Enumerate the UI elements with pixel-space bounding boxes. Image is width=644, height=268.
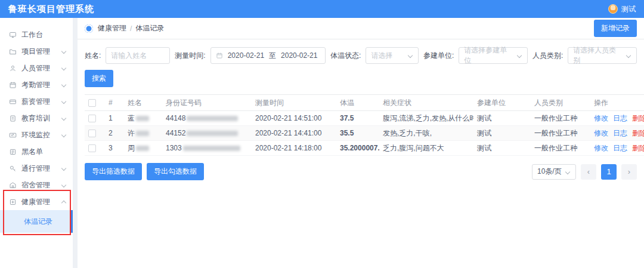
col-header-name: 姓名 [124,95,162,111]
sidebar-item-workbench[interactable]: 工作台 [0,26,73,43]
filter-bar: 姓名: 测量时间: 2020-02-21 至 2020-02-21 体温状态: … [78,39,644,64]
dormitory-icon [8,181,17,189]
sidebar-item-blacklist[interactable]: 黑名单 [0,143,73,160]
redacted-id [183,146,240,151]
delete-link[interactable]: 删除 [632,114,644,122]
redacted-name [136,131,149,136]
breadcrumb-parent[interactable]: 健康管理 [98,23,126,33]
sidebar-item-project-management[interactable]: 项目管理 [0,43,73,60]
col-header-category: 人员类别 [531,95,590,111]
chevron-up-icon [62,199,67,204]
row-checkbox[interactable] [88,144,96,152]
calendar-icon [8,81,17,89]
redacted-name [136,146,149,151]
category-placeholder: 请选择人员类别 [573,45,623,66]
temp-status-select[interactable]: 请选择 [366,47,419,64]
row-symptoms: 发热,乏力,干咳, [379,126,473,141]
chevron-down-icon [627,53,631,58]
row-id-number: 1303 [162,141,252,156]
sidebar: 工作台 项目管理 人员管理 考勤管理 薪资管理 [0,18,73,268]
sidebar-item-attendance-management[interactable]: 考勤管理 [0,76,73,93]
log-link[interactable]: 日志 [613,129,627,137]
row-checkbox[interactable] [88,115,96,122]
search-button[interactable]: 搜索 [85,70,113,87]
row-measure-time: 2020-02-21 14:51:00 [252,111,336,126]
log-link[interactable]: 日志 [613,144,627,152]
chevron-down-icon [62,82,67,87]
user-avatar-icon [608,4,618,14]
date-range-picker[interactable]: 2020-02-21 至 2020-02-21 [210,47,326,64]
edit-link[interactable]: 修改 [594,144,608,152]
time-filter-label: 测量时间: [175,51,205,61]
sidebar-item-environment-monitoring[interactable]: 环境监控 [0,127,73,143]
row-category: 一般作业工种 [531,126,590,141]
row-name: 周 [124,141,162,156]
sidebar-item-health-management[interactable]: 健康管理 [0,193,73,210]
redacted-name [136,116,149,121]
edit-link[interactable]: 修改 [594,114,608,122]
sidebar-item-personnel-management[interactable]: 人员管理 [0,60,73,76]
chevron-down-icon [62,116,67,121]
breadcrumb-bar: 健康管理 / 体温记录 新增记录 [78,18,644,39]
next-page-button[interactable]: › [621,164,637,180]
edit-link[interactable]: 修改 [594,129,608,137]
row-checkbox[interactable] [88,130,96,137]
content-spacer [78,187,644,268]
row-name: 许 [124,126,162,141]
date-from-value[interactable]: 2020-02-21 [228,51,264,60]
unit-select[interactable]: 请选择参建单位 [459,47,528,64]
table-row: 1 蓝 44148 2020-02-21 14:51:00 37.5 腹泻,流涕… [85,111,644,126]
prev-page-button[interactable]: ‹ [581,164,596,180]
chevron-down-icon [566,170,571,174]
category-filter-label: 人员类别: [532,51,563,61]
col-header-temperature: 体温 [336,95,379,111]
health-icon [8,198,17,206]
category-select[interactable]: 请选择人员类别 [568,47,637,64]
redacted-id [187,116,238,121]
temperature-records-table: # 姓名 身份证号码 测量时间 体温 相关症状 参建单位 人员类别 操作 1 [85,94,644,156]
table-row: 2 许 44152 2020-02-21 14:41:00 35.5 发热,乏力… [85,126,644,141]
col-header-actions: 操作 [590,95,644,111]
col-header-symptoms: 相关症状 [379,95,473,111]
row-measure-time: 2020-02-21 14:18:00 [252,141,336,156]
sidebar-item-label: 考勤管理 [21,80,62,90]
delete-link[interactable]: 删除 [632,144,644,152]
sidebar-item-education-training[interactable]: 教育培训 [0,110,73,127]
sidebar-item-salary-management[interactable]: 薪资管理 [0,93,73,110]
sidebar-item-label: 人员管理 [21,63,62,73]
user-menu[interactable]: 测试 [608,4,636,14]
col-header-id-number: 身份证号码 [162,95,252,111]
row-actions: 修改日志删除 [590,126,644,141]
row-index: 1 [105,111,124,126]
table-header-row: # 姓名 身份证号码 测量时间 体温 相关症状 参建单位 人员类别 操作 [85,95,644,111]
chevron-down-icon [518,53,522,58]
col-header-unit: 参建单位 [473,95,531,111]
sidebar-item-access-management[interactable]: 通行管理 [0,160,73,177]
sidebar-item-label: 环境监控 [21,130,62,140]
sidebar-item-dormitory-management[interactable]: 宿舍管理 [0,177,73,193]
row-unit: 测试 [473,126,531,141]
add-record-button[interactable]: 新增记录 [594,20,637,37]
date-to-value[interactable]: 2020-02-21 [281,51,317,60]
breadcrumb-radio-icon [85,24,93,33]
document-icon [8,114,17,122]
name-filter-input[interactable] [106,47,170,64]
col-header-index: # [105,95,124,111]
active-indicator-bar [70,210,73,233]
export-filtered-button[interactable]: 导出筛选数据 [85,163,142,180]
chevron-down-icon [408,53,413,58]
monitor-icon [8,131,17,139]
select-all-checkbox[interactable] [88,99,96,107]
page-size-select[interactable]: 10条/页 [532,164,576,180]
date-range-word: 至 [269,51,276,61]
row-id-number: 44148 [162,111,252,126]
row-index: 3 [105,141,124,156]
sidebar-subitem-temperature-record[interactable]: 体温记录 [0,210,73,233]
delete-link[interactable]: 删除 [632,129,644,137]
current-page-button[interactable]: 1 [601,164,617,180]
log-link[interactable]: 日志 [613,114,627,122]
export-checked-button[interactable]: 导出勾选数据 [147,163,204,180]
row-actions: 修改日志删除 [590,141,644,156]
name-filter-label: 姓名: [85,51,101,61]
breadcrumb-separator: / [130,24,132,33]
